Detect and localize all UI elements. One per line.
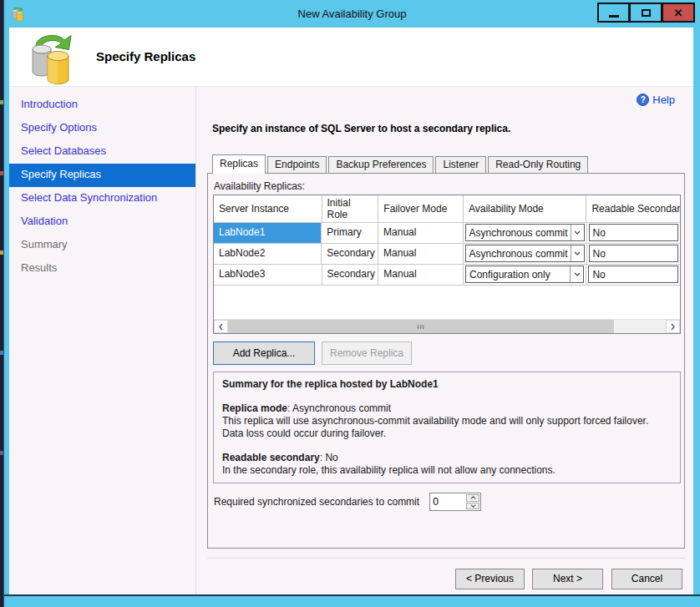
column-header-readable-secondary[interactable]: Readable Secondary xyxy=(586,195,680,222)
tab-read-only-routing[interactable]: Read-Only Routing xyxy=(488,156,588,174)
availability-replicas-label: Availability Replicas: xyxy=(214,180,305,192)
help-link[interactable]: ? Help xyxy=(637,94,675,106)
add-replica-button[interactable]: Add Replica... xyxy=(213,341,315,365)
tab-endpoints[interactable]: Endpoints xyxy=(267,156,327,174)
sidebar-item-select-data-synchronization[interactable]: Select Data Synchronization xyxy=(9,187,195,210)
cell-availability-mode: Asynchronous commit xyxy=(464,244,587,264)
horizontal-scrollbar[interactable]: III xyxy=(214,319,680,333)
column-header-initial-role[interactable]: Initial Role xyxy=(322,195,379,222)
cell-initial-role: Secondary xyxy=(322,265,379,285)
sidebar-item-select-databases[interactable]: Select Databases xyxy=(9,140,195,164)
footer-divider xyxy=(207,558,685,559)
table-row[interactable]: LabNode3 Secondary Manual Configuration … xyxy=(214,265,680,286)
dialog-window: New Availability Group ✕ xyxy=(3,0,700,607)
cancel-button[interactable]: Cancel xyxy=(611,569,682,589)
sidebar-item-summary: Summary xyxy=(9,234,195,257)
scrollbar-track[interactable] xyxy=(614,320,666,333)
scroll-right-button[interactable] xyxy=(666,320,680,333)
table-row[interactable]: LabNode2 Secondary Manual Asynchronous c… xyxy=(214,244,680,265)
quantity-stepper[interactable] xyxy=(429,493,481,511)
column-header-server-instance[interactable]: Server Instance xyxy=(214,195,322,222)
cell-initial-role: Secondary xyxy=(322,244,378,264)
cell-readable-secondary: No xyxy=(587,223,680,243)
cell-failover-mode: Manual xyxy=(378,244,464,264)
availability-mode-dropdown[interactable]: Asynchronous commit xyxy=(465,245,585,262)
cell-availability-mode: Configuration only xyxy=(464,265,586,285)
replica-buttons: Add Replica... Remove Replica xyxy=(213,341,412,365)
cell-failover-mode: Manual xyxy=(378,265,464,285)
availability-mode-dropdown[interactable]: Configuration only xyxy=(465,266,584,283)
sidebar-item-introduction[interactable]: Introduction xyxy=(9,94,195,117)
replicas-tab-panel: Availability Replicas: Server Instance I… xyxy=(207,173,685,549)
spinner-buttons xyxy=(465,493,480,510)
table-row[interactable]: LabNode1 Primary Manual Asynchronous com… xyxy=(214,223,680,244)
summary-readable-secondary-desc: In the secondary role, this availability… xyxy=(222,464,672,477)
sidebar-item-specify-replicas[interactable]: Specify Replicas xyxy=(9,164,195,187)
sidebar-item-specify-options[interactable]: Specify Options xyxy=(9,117,195,140)
cell-server-instance[interactable]: LabNode1 xyxy=(214,223,322,243)
cell-server-instance[interactable]: LabNode2 xyxy=(214,244,322,264)
sidebar-item-validation[interactable]: Validation xyxy=(9,210,195,234)
quorum-label: Required synchronized secondaries to com… xyxy=(214,496,419,508)
wizard-header: Specify Replicas xyxy=(9,28,693,87)
maximize-button[interactable] xyxy=(630,3,662,23)
readable-secondary-dropdown[interactable]: No xyxy=(588,266,678,283)
screen: New Availability Group ✕ xyxy=(0,0,700,607)
previous-button[interactable]: < Previous xyxy=(455,569,525,589)
page-title: Specify Replicas xyxy=(96,49,195,63)
tab-backup-preferences[interactable]: Backup Preferences xyxy=(328,156,434,174)
tab-replicas[interactable]: Replicas xyxy=(212,154,266,174)
chevron-down-icon[interactable] xyxy=(570,266,583,282)
window-bottom-edge xyxy=(4,594,700,596)
maximize-icon xyxy=(642,9,651,17)
content-pane: ? Help Specify an instance of SQL Server… xyxy=(196,87,693,594)
quorum-input[interactable] xyxy=(430,493,465,510)
instruction-text: Specify an instance of SQL Server to hos… xyxy=(212,123,510,134)
summary-readable-secondary: Readable secondary: No In the secondary … xyxy=(222,452,672,477)
wizard-steps-sidebar: Introduction Specify Options Select Data… xyxy=(9,87,196,594)
close-button[interactable]: ✕ xyxy=(662,3,695,23)
chevron-down-icon[interactable] xyxy=(571,245,584,261)
cell-server-instance[interactable]: LabNode3 xyxy=(214,265,322,285)
cell-availability-mode: Asynchronous commit xyxy=(464,223,587,243)
summary-title: Summary for the replica hosted by LabNod… xyxy=(222,378,672,391)
readable-secondary-dropdown[interactable]: No xyxy=(589,224,678,241)
column-header-failover-mode[interactable]: Failover Mode xyxy=(378,195,464,222)
window-content: Specify Replicas Introduction Specify Op… xyxy=(9,28,693,594)
cell-readable-secondary: No xyxy=(586,265,680,285)
grid-header-row: Server Instance Initial Role Failover Mo… xyxy=(214,195,680,223)
minimize-icon xyxy=(609,15,619,18)
tab-strip: Replicas Endpoints Backup Preferences Li… xyxy=(207,154,588,174)
help-icon: ? xyxy=(637,94,649,106)
close-icon: ✕ xyxy=(674,8,683,18)
scroll-left-button[interactable] xyxy=(214,320,228,333)
replica-summary-box: Summary for the replica hosted by LabNod… xyxy=(213,372,681,483)
tab-listener[interactable]: Listener xyxy=(435,156,486,174)
grid-empty-area xyxy=(214,286,680,319)
chevron-down-icon[interactable] xyxy=(571,225,584,240)
next-button[interactable]: Next > xyxy=(532,569,603,589)
availability-replicas-grid: Server Instance Initial Role Failover Mo… xyxy=(213,195,681,334)
window-controls: ✕ xyxy=(597,3,695,23)
minimize-button[interactable] xyxy=(597,3,630,23)
cell-readable-secondary: No xyxy=(587,244,680,264)
sidebar-item-results: Results xyxy=(9,257,195,281)
window-title: New Availability Group xyxy=(4,0,700,28)
remove-replica-button: Remove Replica xyxy=(322,341,412,365)
availability-mode-dropdown[interactable]: Asynchronous commit xyxy=(465,224,585,241)
spinner-down-button[interactable] xyxy=(466,503,479,510)
cell-initial-role: Primary xyxy=(322,223,378,243)
replica-database-icon xyxy=(26,30,86,85)
help-label: Help xyxy=(652,94,675,106)
readable-secondary-dropdown[interactable]: No xyxy=(589,245,678,262)
cell-failover-mode: Manual xyxy=(378,223,464,243)
titlebar[interactable]: New Availability Group ✕ xyxy=(4,0,700,28)
summary-replica-mode: Replica mode: Asynchronous commit This r… xyxy=(222,402,672,440)
quorum-row: Required synchronized secondaries to com… xyxy=(214,493,481,511)
column-header-availability-mode[interactable]: Availability Mode xyxy=(464,195,586,222)
summary-replica-mode-desc: This replica will use asynchronous-commi… xyxy=(222,415,672,440)
spinner-up-button[interactable] xyxy=(466,494,479,502)
scrollbar-thumb[interactable]: III xyxy=(228,320,614,333)
